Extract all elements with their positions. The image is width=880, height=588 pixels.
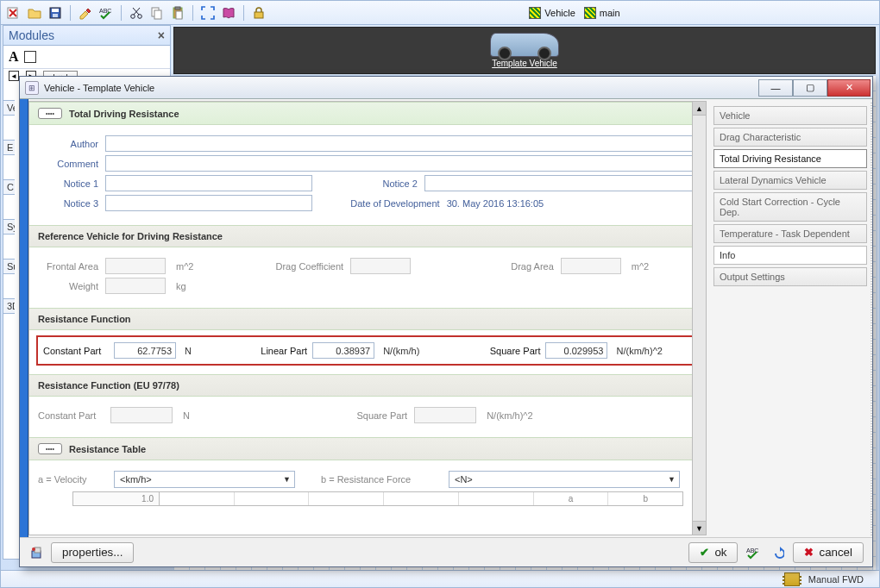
svg-rect-15 [176,11,182,19]
scroll-up-icon[interactable]: ▲ [693,102,706,116]
label-linear-part: Linear Part [250,346,307,356]
undo-icon[interactable] [769,544,786,561]
left-side-tabs: Ve E C Sy Su 3D [3,100,15,314]
open-folder-icon[interactable] [27,5,42,21]
save-icon[interactable] [47,5,63,21]
svg-point-7 [131,14,135,18]
side-tab[interactable]: Su [3,259,15,274]
constant-part-eu-input [110,407,173,423]
section-resistance-function-eu[interactable]: Resistance Function (EU 97/78) [29,374,706,397]
fullscreen-icon[interactable] [200,5,216,21]
close-icon[interactable]: × [158,28,165,42]
notice3-input[interactable] [105,195,312,211]
collapse-toggle-icon[interactable]: •••• [38,108,62,119]
label-square-part: Square Part [478,346,540,356]
vehicle-dialog: ⊞ Vehicle - Template Vehicle — ▢ ✕ •••• [19,76,873,567]
svg-rect-4 [52,9,59,12]
spellcheck-icon[interactable]: ABC [98,5,114,21]
svg-line-9 [134,8,140,15]
square-part-value[interactable]: 0.029953 [545,342,607,359]
form-scroll-panel: •••• Total Driving Resistance Author Com… [28,101,707,535]
section-resistance-function[interactable]: Resistance Function [29,308,706,330]
vehicle-icon[interactable] [490,33,559,57]
canvas-header: Template Vehicle [173,27,876,74]
modules-title: Modules [9,28,54,42]
dialog-bottom-bar: properties... ✔ok ABC ✖cancel [20,537,872,566]
comment-input[interactable] [105,155,697,172]
spellcheck-icon[interactable]: ABC [745,544,762,561]
svg-point-8 [138,14,142,18]
section-total-driving-resistance[interactable]: •••• Total Driving Resistance [29,102,706,125]
nav-temperature[interactable]: Temperature - Task Dependent [713,224,867,243]
ok-button[interactable]: ✔ok [688,542,738,563]
side-tab[interactable]: C [3,179,15,195]
label-drag-area: Drag Area [493,261,554,272]
main-tab[interactable]: main [584,7,620,19]
nav-total-driving-resistance[interactable]: Total Driving Resistance [713,149,867,168]
text-tool-icon[interactable]: A [9,49,19,65]
table-col-b: b [608,492,682,505]
close-button[interactable]: ✕ [827,79,871,97]
minimize-button[interactable]: — [758,79,793,97]
vehicle-tab[interactable]: Vehicle [529,7,575,19]
status-bar: Manual FWD [1,570,879,587]
scrollbar[interactable]: ▲ ▼ [692,102,706,535]
scroll-left-icon[interactable]: ◄ [9,71,19,81]
cancel-button[interactable]: ✖cancel [793,542,864,563]
status-gearbox: Manual FWD [808,574,864,585]
x-icon: ✖ [804,546,814,559]
nav-vehicle[interactable]: Vehicle [713,106,867,125]
properties-icon [28,544,46,561]
side-tab[interactable]: Ve [3,100,15,116]
date-dev-value: 30. May 2016 13:16:05 [447,198,544,209]
hatch-icon [529,7,541,19]
section-reference-vehicle[interactable]: Reference Vehicle for Driving Resistance [29,225,706,247]
unit-N: N [183,410,190,421]
svg-line-10 [133,8,139,15]
cut-icon[interactable] [129,5,144,21]
label-notice2: Notice 2 [366,178,418,189]
nav-cold-start-correction[interactable]: Cold Start Correction - Cycle Dep. [713,192,867,222]
paste-icon[interactable] [170,5,185,21]
unit-N-kmh: N/(km/h) [383,346,419,356]
scroll-down-icon[interactable]: ▼ [693,521,706,535]
dialog-titlebar[interactable]: ⊞ Vehicle - Template Vehicle — ▢ ✕ [20,77,872,99]
nav-drag-characteristic[interactable]: Drag Characteristic [713,128,867,147]
maximize-button[interactable]: ▢ [793,79,827,97]
notice2-input[interactable] [424,175,697,191]
lock-icon[interactable] [251,5,267,21]
table-col-a: a [534,492,609,505]
vehicle-label[interactable]: Template Vehicle [492,59,557,68]
copy-icon[interactable] [149,5,165,21]
constant-part-value[interactable]: 62.7753 [114,342,176,359]
side-tab[interactable]: 3D [3,298,15,314]
force-unit-combo[interactable]: <N>▼ [449,471,680,488]
highlight-icon[interactable] [78,5,93,21]
side-tab[interactable]: E [3,140,15,155]
side-tab[interactable]: Sy [3,219,15,235]
section-resistance-table[interactable]: •••• Resistance Table [29,437,706,460]
close-file-icon[interactable] [6,5,22,21]
check-icon: ✔ [700,546,709,559]
resistance-table[interactable]: 1.0 a b [72,491,683,506]
hatch-icon [584,7,596,19]
book-icon[interactable] [221,5,236,21]
nav-lateral-dynamics[interactable]: Lateral Dynamics Vehicle [713,171,867,190]
resistance-function-highlight: Constant Part 62.7753 N Linear Part 0.38… [36,335,699,366]
svg-rect-18 [35,547,41,553]
unit-N: N [185,346,192,356]
properties-button[interactable]: properties... [51,542,134,563]
svg-rect-12 [154,10,161,19]
nav-info[interactable]: Info [713,246,867,265]
label-weight: Weight [38,281,98,291]
rect-tool-icon[interactable] [24,51,36,63]
author-input[interactable] [105,135,697,152]
notice1-input[interactable] [105,175,312,191]
svg-rect-16 [255,12,263,18]
nav-output-settings[interactable]: Output Settings [713,267,867,286]
unit-kg: kg [176,281,186,291]
collapse-toggle-icon[interactable]: •••• [38,443,62,454]
velocity-unit-combo[interactable]: <km/h>▼ [114,471,295,488]
linear-part-value[interactable]: 0.38937 [312,342,374,359]
drag-area-input [561,258,621,274]
